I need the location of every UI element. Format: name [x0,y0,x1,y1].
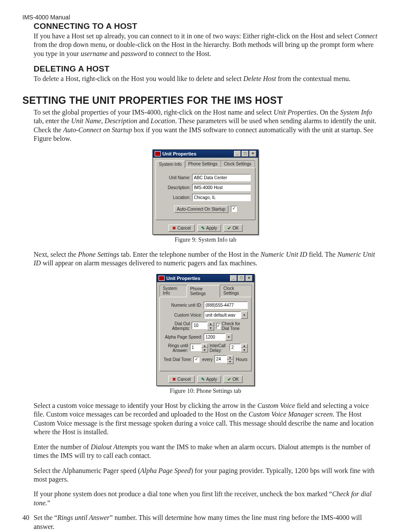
spin-down-icon[interactable]: ▾ [207,326,214,330]
text: and [137,117,150,124]
select-custom-voice[interactable]: unit default.wav [204,311,241,319]
label-auto-connect: Auto-Connect On Startup [174,205,228,213]
select-alpha-page-speed[interactable]: 1200 [204,333,225,341]
check-icon: ✔ [227,377,231,382]
dropdown-icon[interactable]: ▾ [241,311,248,319]
em-alpha-page-speed: Alpha Page Speed [140,467,190,474]
ok-button[interactable]: ✔OK [224,376,243,383]
cancel-button[interactable]: ✖Cancel [168,376,195,383]
text: to connect to the Host. [147,50,211,57]
em-username: username [81,50,107,57]
text: If you have a Host set up already, you c… [34,32,355,40]
dropdown-icon[interactable]: ▾ [225,333,232,341]
figure-9-caption: Figure 9: System Info tab [34,236,377,243]
dialog-unit-properties-system-info: Unit Properties _ □ × System Info Phone … [153,149,258,235]
em-phone-settings: Phone Settings [78,251,119,258]
label-location: Location: [160,195,192,200]
cancel-label: Cancel [177,377,191,382]
label-rings-until-answer: Rings until Answer: [163,343,190,353]
text: Next, select the [34,251,78,258]
spin-down-icon[interactable]: ▾ [201,348,208,352]
text: Set the “ [34,514,57,521]
checkbox-test-dial-tone[interactable]: ✓ [193,357,199,363]
ok-label: OK [233,226,239,230]
ok-button[interactable]: ✔OK [224,224,243,232]
input-test-dial-tone-hours[interactable]: 24 [215,355,227,363]
text: field. The [307,251,337,258]
text: ” [47,499,50,507]
tab-system-info[interactable]: System Info [159,285,187,297]
label-numeric-unit-id: Numeric unit ID: [163,303,204,308]
input-intercall-delay[interactable]: 2 [230,344,241,351]
em-delete-host: Delete Host [243,75,276,82]
text: tab, enter the [34,117,71,124]
checkbox-check-dial-tone[interactable]: ✓ [216,323,221,329]
label-every: every [202,357,212,362]
heading-deleting: Deleting a Host [34,64,377,74]
apply-icon: ✎ [201,377,205,382]
titlebar[interactable]: Unit Properties _ □ × [153,150,258,158]
apply-label: Apply [206,226,217,230]
heading-unit-properties: Setting the Unit Properties for the IMS … [22,95,377,106]
spin-up-icon[interactable]: ▴ [207,322,214,326]
para-connecting: If you have a Host set up already, you c… [34,32,377,58]
close-icon[interactable]: × [249,151,256,157]
maximize-icon[interactable]: □ [242,151,249,157]
em-custom-voice-manager: Custom Voice Manager screen [249,411,333,418]
em-auto-connect: Auto-Connect on Startup [63,126,132,134]
cancel-label: Cancel [177,226,191,230]
label-intercall-delay: InterCall Delay: [210,343,229,353]
cancel-button[interactable]: ✖Cancel [168,224,195,232]
para-alpha-page-speed: Select the Alphanumeric Pager speed (Alp… [34,467,377,484]
close-icon[interactable]: × [246,275,252,281]
tab-system-info[interactable]: System Info [156,161,185,168]
tab-phone-settings[interactable]: Phone Settings [185,160,221,168]
para-deleting: To delete a Host, right-click on the Hos… [34,75,377,83]
tab-clock-settings[interactable]: Clock Settings [221,160,255,168]
dialog-title: Unit Properties [162,151,196,156]
label-unit-name: Unit Name: [160,175,192,180]
check-icon: ✔ [227,226,231,230]
label-hours: Hours [236,357,248,362]
input-numeric-unit-id[interactable]: (888)555-4477 [204,302,248,309]
tab-phone-settings[interactable]: Phone Settings [187,285,220,297]
titlebar[interactable]: Unit Properties _ □ × [157,274,254,282]
minimize-icon[interactable]: _ [234,151,241,157]
text: will appear on alarm messages delivered … [41,259,257,267]
em-connect: Connect [355,32,377,40]
em-system-info: System Info [340,109,372,116]
text: If your phone system does not produce a … [34,490,332,498]
minimize-icon[interactable]: _ [230,275,237,281]
input-dial-out-attempts[interactable]: 10 [192,322,207,329]
app-icon [155,151,161,156]
tab-clock-settings[interactable]: Clock Settings [220,285,252,297]
label-description: Description: [160,185,192,190]
spin-down-icon[interactable]: ▾ [227,360,234,364]
apply-button[interactable]: ✎Apply [197,376,221,383]
apply-icon: ✎ [201,226,205,230]
spin-up-icon[interactable]: ▴ [227,355,234,360]
dialog-title: Unit Properties [166,276,200,281]
input-location[interactable]: Chicago, IL [192,194,251,201]
tab-panel-phone-settings: Numeric unit ID: (888)555-4477 Custom Vo… [159,297,252,371]
apply-button[interactable]: ✎Apply [197,224,221,232]
input-rings-until-answer[interactable]: 1 [190,344,201,351]
label-custom-voice: Custom Voice: [163,313,204,317]
text: Enter the number of [34,443,90,451]
text: . On the [316,109,340,116]
para-dialout-attempts: Enter the number of Dialout Attempts you… [34,443,377,460]
spin-down-icon[interactable]: ▾ [241,348,248,352]
checkbox-auto-connect[interactable]: ✓ [231,206,237,212]
spin-up-icon[interactable]: ▴ [201,344,208,348]
spin-up-icon[interactable]: ▴ [241,344,248,348]
maximize-icon[interactable]: □ [238,275,245,281]
label-test-dial-tone: Test Dial Tone: [164,357,192,362]
heading-connecting: Connecting to a Host [34,22,377,31]
text: To set the global properties of your IMS… [34,109,274,116]
input-description[interactable]: IMS-4000 Host [192,184,251,191]
page-number: 40 [22,514,29,522]
input-unit-name[interactable]: ABC Data Center [192,174,251,181]
em-location: Location [151,117,175,124]
em-password: password [121,50,147,57]
apply-label: Apply [206,377,217,382]
